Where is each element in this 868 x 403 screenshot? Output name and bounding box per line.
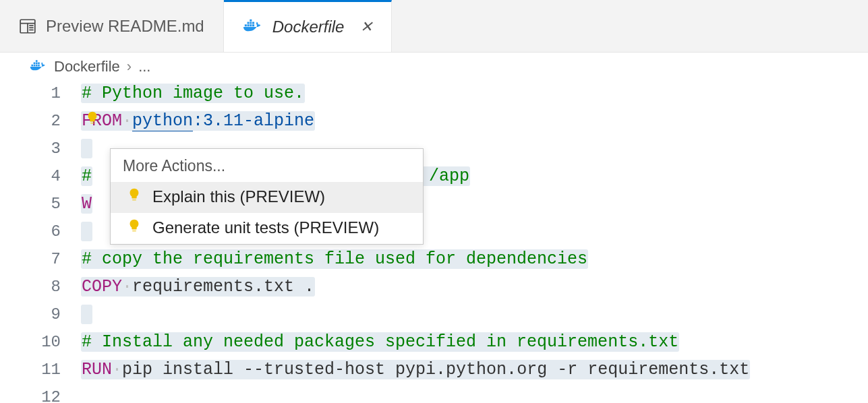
tab-label: Dockerfile (272, 18, 345, 36)
comment-text: # (82, 166, 92, 186)
code-line (81, 301, 868, 328)
popup-item-label: Generate unit tests (PREVIEW) (152, 218, 379, 237)
keyword: RUN (82, 360, 112, 379)
line-number: 9 (0, 301, 61, 328)
line-number: 6 (0, 218, 61, 245)
args: requirements.txt . (132, 277, 314, 297)
line-number: 1 (0, 80, 61, 107)
line-number: 8 (0, 273, 61, 301)
lightbulb-icon (127, 218, 142, 237)
code-line: # Install any needed packages specified … (81, 328, 868, 356)
image-tag: :3.11-alpine (193, 111, 314, 131)
svg-rect-14 (31, 65, 33, 67)
tab-preview-readme[interactable]: Preview README.md (0, 0, 224, 52)
line-number: 11 (0, 356, 61, 383)
action-generate-unit-tests[interactable]: Generate unit tests (PREVIEW) (111, 213, 423, 244)
popup-title: More Actions... (111, 149, 423, 182)
line-number: 12 (0, 383, 61, 403)
svg-rect-20 (38, 63, 40, 65)
comment-text: # Python image to use. (82, 84, 304, 103)
svg-rect-18 (34, 63, 36, 65)
svg-rect-7 (247, 24, 249, 26)
line-gutter: 1 2 3 4 5 6 7 8 9 10 11 12 (0, 80, 81, 403)
docker-icon (243, 19, 263, 35)
code-line: # Python image to use. (81, 80, 868, 107)
keyword: COPY (82, 277, 122, 297)
svg-rect-9 (252, 24, 254, 26)
svg-rect-8 (250, 24, 252, 26)
code-line: RUN·pip install --trusted-host pypi.pyth… (81, 356, 868, 383)
lightbulb-icon[interactable] (85, 111, 100, 125)
preview-icon (19, 18, 36, 35)
svg-rect-10 (247, 22, 249, 24)
svg-rect-19 (36, 63, 38, 65)
svg-rect-21 (36, 60, 38, 62)
line-number: 10 (0, 328, 61, 356)
action-explain-this[interactable]: Explain this (PREVIEW) (111, 182, 423, 213)
comment-text: # copy the requirements file used for de… (82, 249, 587, 269)
breadcrumb-file: Dockerfile (54, 58, 120, 75)
svg-rect-16 (36, 65, 38, 67)
line-number: 7 (0, 245, 61, 273)
keyword: W (82, 194, 92, 214)
line-number: 4 (0, 162, 61, 190)
svg-rect-15 (34, 65, 36, 67)
code-line (81, 383, 868, 403)
docker-icon (30, 60, 47, 73)
code-line: COPY·requirements.txt . (81, 273, 868, 301)
svg-rect-11 (250, 22, 252, 24)
comment-text: # Install any needed packages specified … (82, 332, 678, 352)
tab-label: Preview README.md (46, 17, 204, 36)
popup-item-label: Explain this (PREVIEW) (152, 187, 325, 206)
image-link[interactable]: python (132, 111, 193, 131)
line-number: 2 (0, 107, 61, 135)
svg-rect-6 (245, 24, 247, 26)
svg-rect-12 (252, 22, 254, 24)
line-number: 3 (0, 135, 61, 162)
breadcrumb-tail: ... (138, 58, 150, 75)
line-number: 5 (0, 190, 61, 218)
code-line: # copy the requirements file used for de… (81, 245, 868, 273)
tab-bar: Preview README.md Dockerfile ✕ (0, 0, 868, 53)
args: pip install --trusted-host pypi.python.o… (122, 360, 749, 379)
svg-rect-13 (250, 20, 252, 22)
svg-rect-17 (38, 65, 40, 67)
lightbulb-icon (127, 187, 142, 206)
chevron-right-icon: › (127, 58, 132, 75)
code-line: FROM·python:3.11-alpine (81, 107, 868, 135)
breadcrumb[interactable]: Dockerfile › ... (0, 53, 868, 80)
tab-dockerfile[interactable]: Dockerfile ✕ (224, 0, 393, 52)
code-actions-popup: More Actions... Explain this (PREVIEW) G… (110, 148, 424, 245)
close-icon[interactable]: ✕ (360, 18, 372, 36)
